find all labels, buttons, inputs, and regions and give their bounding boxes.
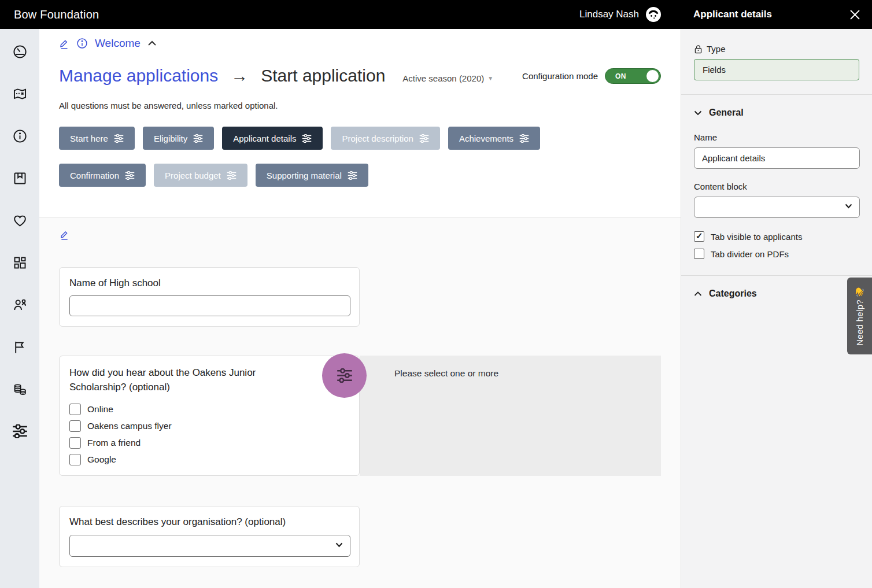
avatar <box>645 6 662 23</box>
checkbox[interactable] <box>69 420 81 432</box>
chevron-down-icon <box>694 110 702 116</box>
name-input[interactable] <box>694 147 860 169</box>
map-icon <box>12 86 28 102</box>
info-circle-icon[interactable] <box>76 38 88 49</box>
tab-label: Project budget <box>165 171 221 180</box>
sidebar-item-flag[interactable] <box>12 339 28 355</box>
question-label: What best describes your organisation? (… <box>69 516 349 528</box>
tab-eligibility[interactable]: Eligibility <box>143 127 214 150</box>
page-title: Start application <box>261 66 385 86</box>
sidebar-item-grid[interactable] <box>12 254 28 271</box>
toggle-knob <box>646 70 659 82</box>
user-menu[interactable]: Lindsay Nash <box>579 6 662 23</box>
option-google[interactable]: Google <box>69 454 349 465</box>
need-help-tab[interactable]: Need help? 👋 <box>847 278 872 354</box>
type-label: Type <box>707 44 726 54</box>
tab-label: Start here <box>70 134 108 143</box>
instructions-note: All questions must be answered, unless m… <box>39 86 681 110</box>
type-value-box: Fields <box>694 59 859 80</box>
user-name: Lindsay Nash <box>579 9 639 20</box>
toggle-state-label: ON <box>615 72 626 80</box>
season-label: Active season (2020) <box>402 73 484 83</box>
settings-panel: Type Fields General Name Content block T… <box>681 29 872 588</box>
app-window: Bow Foundation Lindsay Nash Applicant de… <box>0 0 872 588</box>
chevron-down-icon <box>845 204 852 209</box>
content-block-label: Content block <box>694 182 859 191</box>
sidebar-item-coins[interactable] <box>12 381 28 397</box>
panel-title: Applicant details <box>693 9 772 20</box>
section-categories[interactable]: Categories <box>694 289 859 299</box>
tab-settings-icon <box>114 134 124 143</box>
breadcrumb-manage-applications[interactable]: Manage applications <box>59 66 218 86</box>
sidebar-item-info[interactable] <box>12 128 28 144</box>
app-logo[interactable]: Bow Foundation <box>14 8 99 21</box>
close-icon[interactable] <box>848 8 862 21</box>
sliders-icon <box>12 424 28 438</box>
checkbox[interactable] <box>69 404 81 415</box>
content-block-select[interactable] <box>694 197 860 218</box>
sliders-icon <box>337 368 353 383</box>
question-card-hear-about: How did you hear about the Oakens Junior… <box>59 356 360 476</box>
checkbox[interactable] <box>69 454 81 465</box>
checkbox[interactable] <box>694 231 704 242</box>
option-from-a-friend[interactable]: From a friend <box>69 437 349 449</box>
sidebar-item-bookmark[interactable] <box>12 170 28 186</box>
tab-applicant-details[interactable]: Applicant details <box>222 127 323 150</box>
high-school-input[interactable] <box>69 295 350 316</box>
type-value: Fields <box>703 65 726 75</box>
left-sidebar <box>0 29 39 588</box>
type-row: Type <box>694 44 859 54</box>
tab-settings-icon <box>227 171 237 180</box>
checkbox-label: Tab divider on PDFs <box>711 249 789 259</box>
info-icon <box>12 128 28 144</box>
bookmark-icon <box>12 171 28 186</box>
option-label: Oakens campus flyer <box>87 421 172 431</box>
checkbox[interactable] <box>69 437 81 449</box>
season-selector[interactable]: Active season (2020) ▼ <box>402 73 493 83</box>
divider <box>681 94 872 95</box>
tab-supporting-material[interactable]: Supporting material <box>256 164 368 187</box>
checkbox[interactable] <box>694 249 704 259</box>
tab-settings-icon <box>125 171 135 180</box>
section-general[interactable]: General <box>694 108 859 118</box>
panel-checkboxes: Tab visible to applicants Tab divider on… <box>694 231 859 259</box>
organisation-select[interactable] <box>69 535 350 557</box>
grid-icon <box>12 255 28 271</box>
sidebar-item-map[interactable] <box>12 86 28 102</box>
checkbox-tab-visible[interactable]: Tab visible to applicants <box>694 231 859 242</box>
heart-icon <box>12 213 28 228</box>
breadcrumb-arrow: → <box>231 66 248 86</box>
option-label: From a friend <box>87 438 141 448</box>
tab-label: Achievements <box>459 134 513 143</box>
form-tabs: Start here Eligibility Applicant details… <box>59 127 681 187</box>
tab-achievements[interactable]: Achievements <box>448 127 540 150</box>
welcome-link[interactable]: Welcome <box>95 37 141 50</box>
option-campus-flyer[interactable]: Oakens campus flyer <box>69 420 349 432</box>
edit-pencil-icon[interactable] <box>59 38 69 49</box>
tab-project-budget[interactable]: Project budget <box>154 164 247 187</box>
option-online[interactable]: Online <box>69 404 349 415</box>
tab-settings-icon <box>193 134 203 143</box>
chevron-up-icon <box>694 291 702 297</box>
checkbox-label: Tab visible to applicants <box>711 232 802 242</box>
tab-label: Eligibility <box>154 134 187 143</box>
question-label: How did you hear about the Oakens Junior… <box>69 366 283 394</box>
sidebar-item-sliders[interactable] <box>12 423 28 439</box>
sidebar-item-heart[interactable] <box>12 212 28 228</box>
tab-label: Supporting material <box>267 171 342 180</box>
configuration-mode-toggle[interactable]: ON <box>605 68 661 84</box>
sidebar-item-clock[interactable] <box>12 43 28 60</box>
checkbox-tab-divider[interactable]: Tab divider on PDFs <box>694 249 859 259</box>
tab-project-description[interactable]: Project description <box>331 127 439 150</box>
chevron-up-icon[interactable] <box>147 40 157 46</box>
edit-pencil-icon[interactable] <box>59 229 69 241</box>
sidebar-item-people[interactable] <box>12 297 28 313</box>
question-row-hear-about: How did you hear about the Oakens Junior… <box>59 356 661 476</box>
caret-down-icon: ▼ <box>487 75 493 82</box>
tab-confirmation[interactable]: Confirmation <box>59 164 146 187</box>
tab-start-here[interactable]: Start here <box>59 127 135 150</box>
field-settings-bubble[interactable] <box>322 353 367 398</box>
tab-settings-icon <box>419 134 429 143</box>
question-card-organisation: What best describes your organisation? (… <box>59 506 360 567</box>
people-icon <box>12 297 28 313</box>
